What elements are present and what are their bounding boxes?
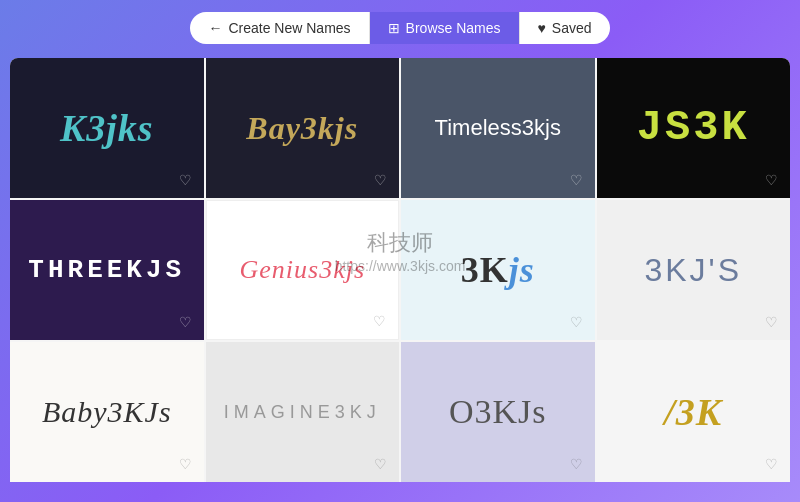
heart-favorite-4[interactable]: ♡ xyxy=(765,172,778,188)
heart-favorite-7[interactable]: ♡ xyxy=(570,314,583,330)
brand-name-bay3kjs: Bay3kjs xyxy=(246,110,358,147)
create-names-button[interactable]: ← Create New Names xyxy=(190,12,369,44)
brand-name-3kjs-plain: 3KJ'S xyxy=(644,252,742,289)
heart-favorite-12[interactable]: ♡ xyxy=(765,456,778,472)
heart-favorite-10[interactable]: ♡ xyxy=(374,456,387,472)
card-o3kjs[interactable]: O3KJs ♡ xyxy=(401,342,595,482)
heart-icon: ♥ xyxy=(538,20,546,36)
heart-favorite-2[interactable]: ♡ xyxy=(374,172,387,188)
card-genius3kjs[interactable]: Genius3kjs ♡ xyxy=(206,200,400,340)
card-bay3kjs[interactable]: Bay3kjs ♡ xyxy=(206,58,400,198)
card-imagine3kj[interactable]: IMAGINE3KJ ♡ xyxy=(206,342,400,482)
heart-favorite-9[interactable]: ♡ xyxy=(179,456,192,472)
brand-name-baby3kjs: Baby3KJs xyxy=(42,395,172,429)
brand-name-js3k: JS3K xyxy=(637,104,750,152)
names-grid: K3jks ♡ Bay3kjs ♡ Timeless3kjs ♡ JS3K ♡ … xyxy=(10,58,790,482)
brand-name-timeless3kjs: Timeless3kjs xyxy=(435,115,561,141)
browse-names-label: Browse Names xyxy=(406,20,501,36)
brand-name-threekjs: THREEKJS xyxy=(28,255,185,285)
heart-favorite-8[interactable]: ♡ xyxy=(765,314,778,330)
heart-favorite-3[interactable]: ♡ xyxy=(570,172,583,188)
saved-button[interactable]: ♥ Saved xyxy=(519,12,610,44)
card-threekjs[interactable]: THREEKJS ♡ xyxy=(10,200,204,340)
heart-favorite-6[interactable]: ♡ xyxy=(373,313,386,329)
card-timeless3kjs[interactable]: Timeless3kjs ♡ xyxy=(401,58,595,198)
brand-name-k3jks: K3jks xyxy=(60,106,154,150)
brand-name-o3kjs: O3KJs xyxy=(449,393,547,431)
saved-label: Saved xyxy=(552,20,592,36)
browse-names-button[interactable]: ⊞ Browse Names xyxy=(370,12,519,44)
brand-name-3kjs: 3Kjs xyxy=(461,249,535,291)
arrow-left-icon: ← xyxy=(208,20,222,36)
card-k3jks[interactable]: K3jks ♡ xyxy=(10,58,204,198)
brand-name-slash3k: /3K xyxy=(664,390,722,434)
heart-favorite-5[interactable]: ♡ xyxy=(179,314,192,330)
card-3kjs[interactable]: 3Kjs ♡ xyxy=(401,200,595,340)
card-slash3k[interactable]: /3K ♡ xyxy=(597,342,791,482)
top-nav: ← Create New Names ⊞ Browse Names ♥ Save… xyxy=(0,0,800,58)
create-names-label: Create New Names xyxy=(228,20,350,36)
heart-favorite-11[interactable]: ♡ xyxy=(570,456,583,472)
card-baby3kjs[interactable]: Baby3KJs ♡ xyxy=(10,342,204,482)
heart-favorite-1[interactable]: ♡ xyxy=(179,172,192,188)
brand-name-genius3kjs: Genius3kjs xyxy=(239,255,365,285)
grid-icon: ⊞ xyxy=(388,20,400,36)
card-3kjs-plain[interactable]: 3KJ'S ♡ xyxy=(597,200,791,340)
brand-name-imagine3kj: IMAGINE3KJ xyxy=(224,402,381,423)
card-js3k[interactable]: JS3K ♡ xyxy=(597,58,791,198)
